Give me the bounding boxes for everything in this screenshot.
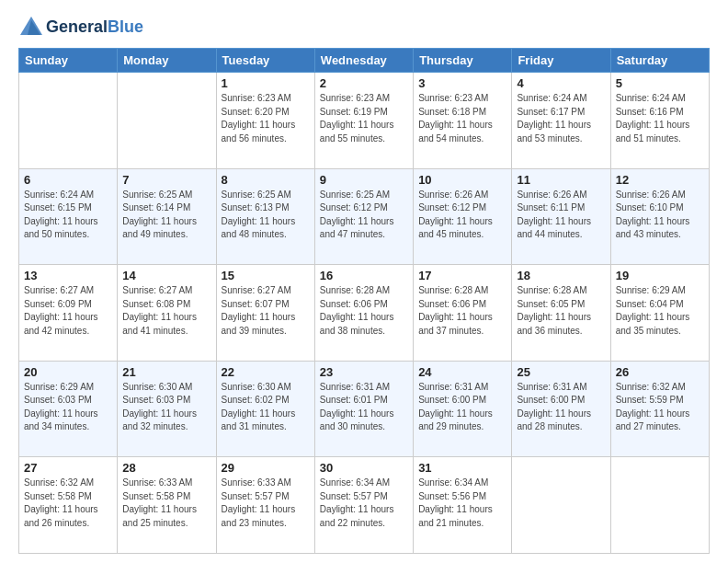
calendar-cell: 10Sunrise: 6:26 AM Sunset: 6:12 PM Dayli… <box>414 168 512 265</box>
day-number: 2 <box>320 76 408 90</box>
day-info: Sunrise: 6:23 AM Sunset: 6:20 PM Dayligh… <box>222 92 310 145</box>
day-number: 31 <box>418 461 506 475</box>
calendar-cell: 27Sunrise: 6:32 AM Sunset: 5:58 PM Dayli… <box>19 457 118 554</box>
day-number: 7 <box>122 173 210 187</box>
calendar-week-row: 27Sunrise: 6:32 AM Sunset: 5:58 PM Dayli… <box>19 457 710 554</box>
calendar-cell <box>512 457 610 554</box>
calendar-cell: 29Sunrise: 6:33 AM Sunset: 5:57 PM Dayli… <box>216 457 314 554</box>
day-info: Sunrise: 6:26 AM Sunset: 6:12 PM Dayligh… <box>418 189 506 242</box>
calendar-week-row: 1Sunrise: 6:23 AM Sunset: 6:20 PM Daylig… <box>19 73 710 169</box>
calendar-cell: 15Sunrise: 6:27 AM Sunset: 6:07 PM Dayli… <box>216 265 314 362</box>
day-number: 4 <box>517 76 605 90</box>
calendar-cell: 11Sunrise: 6:26 AM Sunset: 6:11 PM Dayli… <box>512 168 610 265</box>
day-info: Sunrise: 6:27 AM Sunset: 6:07 PM Dayligh… <box>222 284 310 338</box>
calendar-table: SundayMondayTuesdayWednesdayThursdayFrid… <box>18 48 710 554</box>
day-number: 10 <box>418 173 506 187</box>
weekday-header: Saturday <box>610 49 709 73</box>
day-number: 5 <box>616 76 704 90</box>
calendar-cell: 17Sunrise: 6:28 AM Sunset: 6:06 PM Dayli… <box>414 265 512 362</box>
day-info: Sunrise: 6:30 AM Sunset: 6:02 PM Dayligh… <box>222 381 310 434</box>
day-info: Sunrise: 6:28 AM Sunset: 6:06 PM Dayligh… <box>418 284 506 338</box>
day-number: 11 <box>517 173 605 187</box>
day-number: 29 <box>222 461 310 475</box>
day-info: Sunrise: 6:29 AM Sunset: 6:04 PM Dayligh… <box>616 284 704 338</box>
day-info: Sunrise: 6:34 AM Sunset: 5:57 PM Dayligh… <box>320 477 408 530</box>
calendar-cell: 12Sunrise: 6:26 AM Sunset: 6:10 PM Dayli… <box>610 168 709 265</box>
calendar-cell: 23Sunrise: 6:31 AM Sunset: 6:01 PM Dayli… <box>314 361 413 457</box>
day-number: 12 <box>616 173 704 187</box>
logo-icon <box>18 15 44 40</box>
day-number: 24 <box>418 365 506 379</box>
day-info: Sunrise: 6:25 AM Sunset: 6:12 PM Dayligh… <box>320 189 408 242</box>
calendar-cell: 30Sunrise: 6:34 AM Sunset: 5:57 PM Dayli… <box>314 457 413 554</box>
day-info: Sunrise: 6:25 AM Sunset: 6:14 PM Dayligh… <box>122 189 210 242</box>
calendar-cell: 21Sunrise: 6:30 AM Sunset: 6:03 PM Dayli… <box>118 361 216 457</box>
day-number: 6 <box>24 173 112 187</box>
calendar-week-row: 6Sunrise: 6:24 AM Sunset: 6:15 PM Daylig… <box>19 168 710 265</box>
calendar-cell: 14Sunrise: 6:27 AM Sunset: 6:08 PM Dayli… <box>118 265 216 362</box>
day-number: 23 <box>320 365 408 379</box>
calendar-cell: 28Sunrise: 6:33 AM Sunset: 5:58 PM Dayli… <box>118 457 216 554</box>
weekday-header: Friday <box>512 49 610 73</box>
day-info: Sunrise: 6:23 AM Sunset: 6:19 PM Dayligh… <box>320 92 408 145</box>
calendar-cell <box>610 457 709 554</box>
day-number: 20 <box>24 365 112 379</box>
calendar-cell: 8Sunrise: 6:25 AM Sunset: 6:13 PM Daylig… <box>216 168 314 265</box>
calendar-cell: 18Sunrise: 6:28 AM Sunset: 6:05 PM Dayli… <box>512 265 610 362</box>
day-number: 3 <box>418 76 506 90</box>
weekday-header: Tuesday <box>216 49 314 73</box>
day-info: Sunrise: 6:24 AM Sunset: 6:17 PM Dayligh… <box>517 92 605 145</box>
day-info: Sunrise: 6:26 AM Sunset: 6:11 PM Dayligh… <box>517 189 605 242</box>
day-number: 8 <box>222 173 310 187</box>
calendar-cell: 9Sunrise: 6:25 AM Sunset: 6:12 PM Daylig… <box>314 168 413 265</box>
day-number: 30 <box>320 461 408 475</box>
calendar-cell: 19Sunrise: 6:29 AM Sunset: 6:04 PM Dayli… <box>610 265 709 362</box>
calendar-cell: 24Sunrise: 6:31 AM Sunset: 6:00 PM Dayli… <box>414 361 512 457</box>
day-info: Sunrise: 6:27 AM Sunset: 6:09 PM Dayligh… <box>24 284 112 338</box>
day-number: 13 <box>24 269 112 282</box>
weekday-header: Sunday <box>19 49 118 73</box>
calendar-week-row: 20Sunrise: 6:29 AM Sunset: 6:03 PM Dayli… <box>19 361 710 457</box>
weekday-header-row: SundayMondayTuesdayWednesdayThursdayFrid… <box>19 49 710 73</box>
day-info: Sunrise: 6:31 AM Sunset: 6:00 PM Dayligh… <box>517 381 605 434</box>
day-info: Sunrise: 6:31 AM Sunset: 6:00 PM Dayligh… <box>418 381 506 434</box>
day-number: 17 <box>418 269 506 282</box>
day-number: 27 <box>24 461 112 475</box>
calendar-cell: 3Sunrise: 6:23 AM Sunset: 6:18 PM Daylig… <box>414 73 512 169</box>
day-info: Sunrise: 6:24 AM Sunset: 6:16 PM Dayligh… <box>616 92 704 145</box>
calendar-cell: 7Sunrise: 6:25 AM Sunset: 6:14 PM Daylig… <box>118 168 216 265</box>
calendar-week-row: 13Sunrise: 6:27 AM Sunset: 6:09 PM Dayli… <box>19 265 710 362</box>
day-number: 16 <box>320 269 408 282</box>
calendar-cell: 20Sunrise: 6:29 AM Sunset: 6:03 PM Dayli… <box>19 361 118 457</box>
day-number: 26 <box>616 365 704 379</box>
weekday-header: Monday <box>118 49 216 73</box>
weekday-header: Wednesday <box>314 49 413 73</box>
calendar-cell: 13Sunrise: 6:27 AM Sunset: 6:09 PM Dayli… <box>19 265 118 362</box>
day-info: Sunrise: 6:32 AM Sunset: 5:59 PM Dayligh… <box>616 381 704 434</box>
calendar-cell: 31Sunrise: 6:34 AM Sunset: 5:56 PM Dayli… <box>414 457 512 554</box>
calendar-cell: 26Sunrise: 6:32 AM Sunset: 5:59 PM Dayli… <box>610 361 709 457</box>
day-info: Sunrise: 6:28 AM Sunset: 6:05 PM Dayligh… <box>517 284 605 338</box>
day-info: Sunrise: 6:33 AM Sunset: 5:58 PM Dayligh… <box>122 477 210 530</box>
day-number: 14 <box>122 269 210 282</box>
day-number: 25 <box>517 365 605 379</box>
logo: GeneralBlue <box>18 15 143 40</box>
day-info: Sunrise: 6:26 AM Sunset: 6:10 PM Dayligh… <box>616 189 704 242</box>
calendar-cell: 16Sunrise: 6:28 AM Sunset: 6:06 PM Dayli… <box>314 265 413 362</box>
day-info: Sunrise: 6:31 AM Sunset: 6:01 PM Dayligh… <box>320 381 408 434</box>
calendar-page: GeneralBlue SundayMondayTuesdayWednesday… <box>0 0 728 563</box>
day-number: 22 <box>222 365 310 379</box>
day-info: Sunrise: 6:30 AM Sunset: 6:03 PM Dayligh… <box>122 381 210 434</box>
day-info: Sunrise: 6:25 AM Sunset: 6:13 PM Dayligh… <box>222 189 310 242</box>
day-info: Sunrise: 6:34 AM Sunset: 5:56 PM Dayligh… <box>418 477 506 530</box>
day-number: 19 <box>616 269 704 282</box>
weekday-header: Thursday <box>414 49 512 73</box>
day-info: Sunrise: 6:24 AM Sunset: 6:15 PM Dayligh… <box>24 189 112 242</box>
calendar-cell: 1Sunrise: 6:23 AM Sunset: 6:20 PM Daylig… <box>216 73 314 169</box>
logo-text: GeneralBlue <box>46 18 143 37</box>
calendar-cell <box>118 73 216 169</box>
day-number: 9 <box>320 173 408 187</box>
header: GeneralBlue <box>18 15 710 40</box>
day-number: 28 <box>122 461 210 475</box>
calendar-cell: 6Sunrise: 6:24 AM Sunset: 6:15 PM Daylig… <box>19 168 118 265</box>
